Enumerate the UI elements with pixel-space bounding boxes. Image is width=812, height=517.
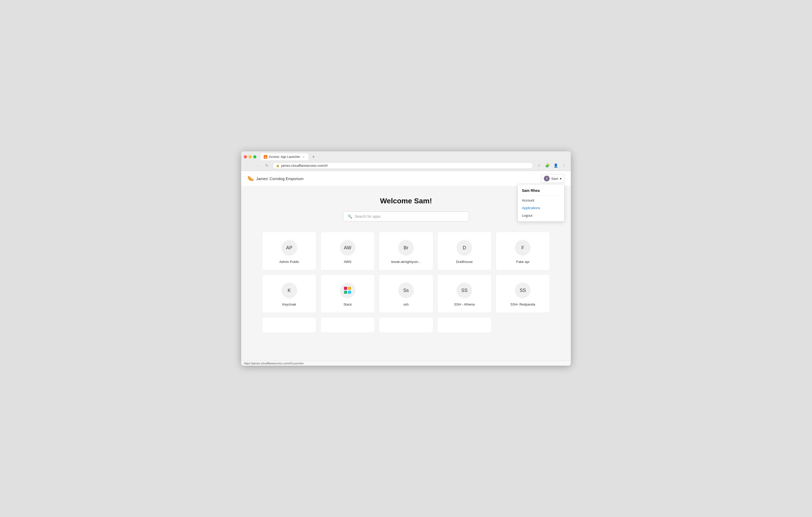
- app-card-break[interactable]: Br break.almightyzer...: [379, 232, 433, 270]
- app-card-ssh-redpanda[interactable]: SS SSH- Redpanda: [496, 274, 550, 313]
- forward-button[interactable]: ›: [254, 162, 261, 169]
- title-bar: ☁ Access: App Launcher × + ‹ › ↻ 🔒 james…: [241, 151, 571, 171]
- search-icon: 🔍: [348, 214, 352, 218]
- chevron-down-icon: ▾: [560, 177, 562, 181]
- traffic-lights: [244, 155, 256, 158]
- app-name-fake-api: Fake api: [516, 260, 529, 264]
- minimize-button[interactable]: [249, 155, 252, 158]
- app-name-break: break.almightyzer...: [392, 260, 421, 264]
- app-name-ssh: ssh: [403, 302, 409, 306]
- app-icon-ssh: Ss: [398, 282, 414, 298]
- app-card-fake-api[interactable]: F Fake api: [496, 232, 550, 270]
- app-icon-keycloak: K: [282, 282, 297, 298]
- browser-window: ☁ Access: App Launcher × + ‹ › ↻ 🔒 james…: [241, 151, 571, 366]
- app-icon-ssh-redpanda: SS: [515, 282, 530, 298]
- slack-dot-tr: [348, 287, 351, 290]
- app-card-slack[interactable]: Slack: [320, 274, 375, 313]
- new-tab-button[interactable]: +: [310, 153, 317, 160]
- slack-dot-tl: [344, 287, 347, 290]
- maximize-button[interactable]: [253, 155, 256, 158]
- user-btn-label: Sam: [551, 177, 558, 181]
- app-icon-fake-api: F: [515, 240, 530, 255]
- apps-grid: AP Admin Public AW AWS Br break.almighty…: [262, 232, 550, 313]
- app-card-ssh[interactable]: Ss ssh: [379, 274, 433, 313]
- app-card-aws[interactable]: AW AWS: [320, 232, 375, 270]
- back-button[interactable]: ‹: [244, 162, 252, 169]
- dropdown-account[interactable]: Account: [518, 196, 564, 204]
- slack-logo: [344, 287, 351, 294]
- app-icon-aws: AW: [340, 240, 355, 255]
- profile-icon[interactable]: 👤: [552, 162, 559, 169]
- user-menu-button[interactable]: S Sam ▾: [541, 174, 564, 183]
- welcome-title: Welcome Sam!: [257, 197, 555, 205]
- app-name-ssh-athena: SSH - Athena: [454, 302, 475, 306]
- app-card-admin-public[interactable]: AP Admin Public: [262, 232, 316, 270]
- avatar: S: [544, 176, 550, 181]
- app-name-keycloak: Keycloak: [282, 302, 296, 306]
- close-button[interactable]: [244, 155, 247, 158]
- search-bar[interactable]: 🔍 Search for apps: [343, 211, 469, 221]
- status-url: https://james.cloudflareaccess.com/#/Lau…: [244, 362, 304, 365]
- search-placeholder: Search for apps: [355, 214, 381, 218]
- app-name-drafthouse: Drafthouse: [456, 260, 473, 264]
- app-icon-slack: [340, 282, 355, 298]
- status-bar: https://james.cloudflareaccess.com/#/Lau…: [241, 361, 571, 366]
- app-name-ssh-redpanda: SSH- Redpanda: [511, 302, 535, 306]
- user-menu-container: S Sam ▾ Sam Rhea Account Applications Lo…: [541, 174, 564, 183]
- dropdown-logout[interactable]: Logout: [518, 212, 564, 219]
- lock-icon: 🔒: [276, 164, 280, 167]
- nav-actions: ☆ 🧩 👤 ⋮: [535, 162, 568, 169]
- app-card-ssh-athena[interactable]: SS SSH - Athena: [437, 274, 492, 313]
- app-card-drafthouse[interactable]: D Drafthouse: [437, 232, 492, 270]
- app-header: 🌭 James' Corndog Emporium S Sam ▾ Sam Rh…: [241, 171, 571, 186]
- brand-icon: 🌭: [248, 175, 254, 182]
- reload-button[interactable]: ↻: [263, 162, 270, 169]
- address-bar[interactable]: 🔒 james.cloudflareaccess.com/#/: [272, 162, 533, 169]
- app-card-partial-2[interactable]: [320, 317, 375, 333]
- partial-apps-row: [262, 317, 550, 333]
- extensions-icon[interactable]: 🧩: [544, 162, 551, 169]
- app-card-partial-3[interactable]: [379, 317, 433, 333]
- tab-favicon: ☁: [264, 155, 267, 159]
- bookmark-icon[interactable]: ☆: [535, 162, 543, 169]
- dropdown-user-name: Sam Rhea: [518, 186, 564, 195]
- app-name-admin-public: Admin Public: [280, 260, 299, 264]
- app-icon-break: Br: [398, 240, 414, 255]
- slack-dot-bl: [344, 291, 347, 294]
- dropdown-applications[interactable]: Applications: [518, 204, 564, 212]
- tab-close-icon[interactable]: ×: [301, 155, 305, 159]
- tab-title: Access: App Launcher: [269, 155, 300, 159]
- active-tab[interactable]: ☁ Access: App Launcher ×: [261, 153, 309, 160]
- app-card-partial-4[interactable]: [437, 317, 492, 333]
- app-icon-drafthouse: D: [457, 240, 472, 255]
- app-card-keycloak[interactable]: K Keycloak: [262, 274, 316, 313]
- brand-name: James' Corndog Emporium: [256, 176, 303, 181]
- slack-dot-br: [348, 291, 351, 294]
- brand: 🌭 James' Corndog Emporium: [248, 175, 303, 182]
- app-card-partial-1[interactable]: [262, 317, 316, 333]
- app-icon-ssh-athena: SS: [457, 282, 472, 298]
- app-name-slack: Slack: [344, 302, 352, 306]
- page-content: 🌭 James' Corndog Emporium S Sam ▾ Sam Rh…: [241, 171, 571, 361]
- address-text: james.cloudflareaccess.com/#/: [281, 163, 328, 168]
- app-icon-admin-public: AP: [282, 240, 297, 255]
- app-name-aws: AWS: [344, 260, 351, 264]
- dropdown-menu: Sam Rhea Account Applications Logout: [517, 184, 564, 222]
- menu-icon[interactable]: ⋮: [560, 162, 568, 169]
